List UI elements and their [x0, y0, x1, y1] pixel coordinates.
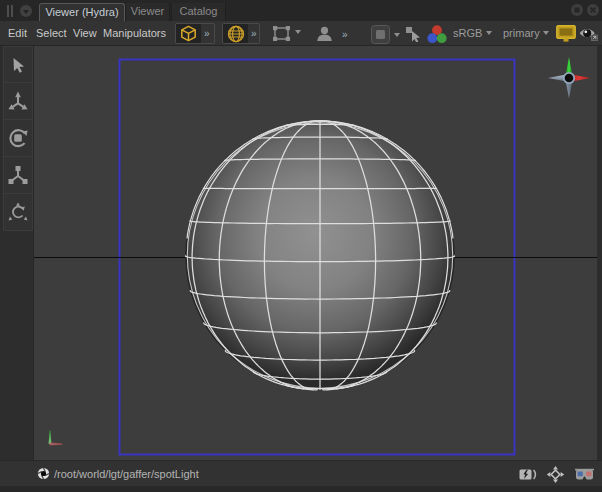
shading-mode-button[interactable]: »: [175, 23, 215, 44]
viewport-right-frame: [597, 46, 602, 460]
cube-icon: [176, 24, 201, 43]
orientation-compass-gizmo[interactable]: [548, 57, 591, 99]
pick-cursor-icon: [405, 26, 422, 42]
pane-menu-button[interactable]: [20, 5, 32, 17]
menu-select[interactable]: Select: [36, 21, 67, 45]
tool-select[interactable]: [3, 46, 33, 83]
aperture-icon: [37, 467, 50, 480]
pane-grip-handle[interactable]: [7, 5, 14, 17]
close-pane-button[interactable]: [587, 4, 599, 16]
view-target-dropdown[interactable]: primary: [503, 21, 540, 45]
tool-scale[interactable]: [3, 157, 33, 194]
pick-mode-button[interactable]: [405, 26, 422, 42]
close-icon: [587, 4, 599, 16]
marquee-select-button[interactable]: [272, 26, 301, 41]
tool-orbit-coi[interactable]: [3, 194, 33, 231]
tab-bar: Viewer (Hydra) Viewer Catalog: [0, 0, 602, 21]
statusbar-right-icons: [519, 461, 595, 487]
color-space-dropdown[interactable]: sRGB: [453, 21, 482, 45]
status-bar: /root/world/lgt/gaffer/spotLight: [0, 460, 602, 486]
tab-label: Viewer (Hydra): [45, 6, 118, 18]
marquee-icon: [272, 26, 291, 41]
swatch-icon: [371, 25, 391, 44]
window-bottom-frame: [0, 486, 602, 492]
restore-pane-button[interactable]: [571, 4, 583, 16]
tab-label: Catalog: [180, 5, 218, 17]
tab-catalog[interactable]: Catalog: [171, 3, 226, 21]
tool-translate[interactable]: [3, 83, 33, 120]
cursor-icon: [8, 55, 28, 75]
origin-axes-indicator: [49, 431, 63, 446]
channel-view-button[interactable]: [427, 25, 447, 44]
viewer-main-area: [0, 46, 602, 460]
background-swatch-button[interactable]: [371, 25, 400, 44]
current-location-path: /root/world/lgt/gaffer/spotLight: [54, 468, 199, 480]
translate-icon: [7, 90, 29, 112]
chevron-down-icon: [23, 10, 29, 14]
expander-chevrons: »: [248, 28, 256, 39]
wireframe-sphere[interactable]: [186, 121, 455, 390]
rotate-icon: [7, 127, 29, 149]
tab-viewer-hydra[interactable]: Viewer (Hydra): [39, 3, 125, 21]
monitor-icon: [556, 25, 576, 42]
visibility-button[interactable]: [579, 27, 598, 41]
globe-icon: [223, 24, 248, 43]
dropdown-arrow-icon: [394, 33, 400, 37]
dropdown-arrow-icon: [543, 31, 549, 35]
restore-icon: [571, 4, 583, 16]
tool-rotate[interactable]: [3, 120, 33, 157]
expander-chevrons: »: [339, 29, 347, 40]
viewer-toolbar: Edit Select View Manipulators »: [0, 21, 602, 46]
tab-viewer[interactable]: Viewer: [125, 3, 170, 21]
dropdown-arrow-icon: [486, 31, 492, 35]
expander-chevrons: »: [201, 28, 209, 39]
eye-icon: [579, 27, 598, 41]
pan-arrows-icon[interactable]: [546, 466, 565, 483]
rgb-channels-icon: [427, 25, 447, 44]
lighting-mode-button[interactable]: »: [222, 23, 260, 44]
dropdown-arrow-icon: [295, 30, 301, 34]
person-icon: [316, 26, 333, 41]
scale-icon: [7, 164, 29, 186]
monitor-output-button[interactable]: [556, 25, 576, 42]
tab-label: Viewer: [131, 5, 164, 17]
menu-view[interactable]: View: [73, 21, 97, 45]
viewport-3d[interactable]: [34, 46, 602, 460]
menu-edit[interactable]: Edit: [8, 21, 27, 45]
menu-manipulators[interactable]: Manipulators: [103, 21, 166, 45]
orbit-icon: [7, 201, 29, 223]
camera-person-button[interactable]: »: [316, 26, 347, 41]
tool-sidebar: [0, 46, 34, 460]
stereo-glasses-icon[interactable]: [574, 468, 595, 481]
viewer-pane-window: Viewer (Hydra) Viewer Catalog Edit Selec…: [0, 0, 602, 492]
scene-canvas: [34, 46, 602, 460]
flash-icon[interactable]: [519, 469, 537, 480]
